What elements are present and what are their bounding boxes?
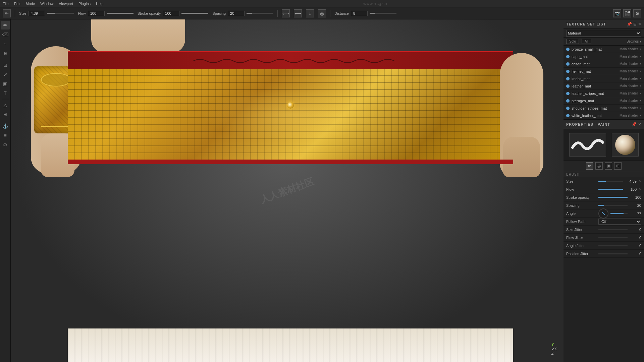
- tool-select[interactable]: ⊡: [1, 61, 10, 69]
- mat-arrow-leather: ▾: [640, 84, 641, 87]
- param-flow-edit[interactable]: ✎: [639, 187, 641, 191]
- tool-smudge[interactable]: ~: [1, 40, 10, 48]
- param-stroke-value: 100: [630, 195, 641, 199]
- material-dropdown[interactable]: Material: [566, 30, 641, 37]
- mat-arrow-chiton: ▾: [640, 62, 641, 65]
- param-spacing-slider[interactable]: [598, 205, 628, 206]
- solo-button[interactable]: Solo: [566, 39, 579, 44]
- mat-helmet[interactable]: helmet_mat Main shader ▾: [564, 68, 644, 75]
- 3d-viewport[interactable]: [11, 19, 564, 362]
- main-toolbar: ✏ Size Flow Stroke opacity Spacing ⟺ ⟷ ↕…: [0, 7, 644, 19]
- size-slider[interactable]: [47, 13, 74, 14]
- mat-shoulder-stripes[interactable]: shoulder_stripes_mat Main shader ▾: [564, 105, 644, 112]
- mat-chiton[interactable]: chiton_mat Main shader ▾: [564, 60, 644, 68]
- mat-name-leather: leather_mat: [572, 84, 618, 88]
- toolbar-render-icon[interactable]: 🎬: [623, 9, 631, 17]
- mat-pteruges[interactable]: ptéruges_mat Main shader ▾: [564, 97, 644, 105]
- tool-clone[interactable]: ⊕: [1, 49, 10, 58]
- param-angle-value: 77: [630, 212, 641, 216]
- toolbar-camera-icon[interactable]: 📷: [613, 9, 621, 17]
- mat-dot-shoulder: [566, 107, 570, 110]
- flow-input[interactable]: [88, 11, 105, 16]
- menu-mode[interactable]: Mode: [26, 2, 35, 6]
- tool-settings-left[interactable]: ⚙: [1, 140, 10, 149]
- toolbar-settings-icon[interactable]: ⚙: [633, 9, 641, 17]
- menu-help[interactable]: Help: [96, 2, 104, 6]
- tool-eraser[interactable]: ⌫: [1, 30, 10, 39]
- mat-white-leather[interactable]: white_leather_mat Main shader ▾: [564, 112, 644, 119]
- tool-anchor[interactable]: ⚓: [1, 122, 10, 130]
- menu-viewport[interactable]: Viewport: [59, 2, 73, 6]
- mat-knobs[interactable]: knobs_mat Main shader ▾: [564, 75, 644, 82]
- mat-shader-knobs: Main shader: [620, 77, 638, 80]
- brush-sphere-preview: [612, 133, 639, 157]
- brush-mode-fill[interactable]: ▣: [605, 162, 612, 170]
- stroke-label: Stroke opacity: [138, 11, 161, 15]
- menu-edit[interactable]: Edit: [14, 2, 20, 6]
- all-button[interactable]: All: [582, 39, 591, 44]
- axis-y: Y: [551, 342, 557, 347]
- param-size-jitter-value: 0: [630, 228, 641, 232]
- param-stroke-slider[interactable]: [598, 197, 628, 198]
- symmetry-radial-btn[interactable]: ◎: [318, 9, 326, 17]
- texset-close-icon[interactable]: ✕: [638, 22, 641, 26]
- param-size-jitter-row: Size Jitter 0: [564, 226, 644, 234]
- flow-slider[interactable]: [107, 13, 133, 14]
- tool-paint[interactable]: ✏: [1, 21, 10, 29]
- param-size-edit[interactable]: ✎: [639, 179, 641, 183]
- mat-arrow-shoulder: ▾: [640, 107, 641, 110]
- brush-mode-paint[interactable]: ✏: [586, 162, 593, 170]
- mat-leather[interactable]: leather_mat Main shader ▾: [564, 82, 644, 90]
- texset-pin-icon[interactable]: 📌: [627, 22, 632, 26]
- mat-dot-chiton: [566, 62, 570, 66]
- texset-expand-icon[interactable]: ⊞: [633, 22, 637, 26]
- left-toolbar: ✏ ⌫ ~ ⊕ ⊡ ⤢ ▣ T △ ⊞ ⚓ ≡ ⚙: [0, 19, 11, 362]
- stroke-slider[interactable]: [181, 13, 208, 14]
- param-follow-dropdown[interactable]: Off On: [598, 219, 641, 225]
- mat-bronze-small[interactable]: bronze_small_mat Main shader ▾: [564, 46, 644, 53]
- distance-input[interactable]: [351, 11, 368, 16]
- param-angle-row: Angle 77: [564, 209, 644, 218]
- props-header: PROPERTIES - PAINT 📌 ✕: [564, 120, 644, 129]
- props-pin-icon[interactable]: 📌: [632, 122, 637, 127]
- tool-transform[interactable]: ⤢: [1, 70, 10, 79]
- menu-file[interactable]: File: [3, 2, 9, 6]
- param-flow-slider[interactable]: [598, 189, 623, 190]
- tool-fill[interactable]: ▣: [1, 79, 10, 88]
- tool-text[interactable]: T: [1, 89, 10, 98]
- texset-settings-button[interactable]: Settings ▾: [627, 40, 641, 43]
- symmetry-z-btn[interactable]: ↕: [306, 9, 314, 17]
- tool-geometry[interactable]: △: [1, 101, 10, 109]
- symmetry-x-btn[interactable]: ⟺: [282, 9, 290, 17]
- tool-uv[interactable]: ⊞: [1, 110, 10, 119]
- brush-mode-smudge[interactable]: ⊞: [614, 162, 622, 170]
- toolbar-divider-3: [330, 10, 330, 17]
- toolbar-brush-icon[interactable]: ✏: [3, 9, 11, 17]
- stroke-input[interactable]: [163, 11, 179, 16]
- param-flow-jitter-slider[interactable]: [598, 237, 628, 238]
- menu-plugins[interactable]: Plugins: [78, 2, 91, 6]
- menu-window[interactable]: Window: [40, 2, 53, 6]
- mat-shader-white: Main shader: [620, 114, 638, 117]
- props-close-icon[interactable]: ✕: [638, 122, 641, 127]
- param-pos-jitter-slider[interactable]: [598, 253, 628, 254]
- param-angle-jitter-slider[interactable]: [598, 245, 628, 246]
- angle-widget[interactable]: [598, 208, 608, 219]
- size-label: Size: [19, 11, 26, 15]
- symmetry-y-btn[interactable]: ⟷: [294, 9, 302, 17]
- texset-list-header: TEXTURE SET LIST 📌 ⊞ ✕: [564, 19, 644, 29]
- size-input[interactable]: [28, 11, 45, 16]
- distance-slider[interactable]: [370, 13, 396, 14]
- param-size-jitter-slider[interactable]: [598, 229, 628, 230]
- param-size-slider[interactable]: [598, 181, 623, 182]
- mat-name-bronze: bronze_small_mat: [572, 47, 618, 51]
- spacing-input[interactable]: [228, 11, 245, 16]
- mat-cape[interactable]: cape_mat Main shader ▾: [564, 53, 644, 60]
- mat-leather-stripes[interactable]: leather_stripes_mat Main shader ▾: [564, 90, 644, 97]
- param-spacing-value: 20: [630, 203, 641, 207]
- spacing-slider[interactable]: [247, 13, 273, 14]
- tool-layer[interactable]: ≡: [1, 131, 10, 140]
- mat-shader-leather: Main shader: [620, 84, 638, 88]
- brush-mode-eraser[interactable]: ◎: [595, 162, 603, 170]
- param-angle-slider[interactable]: [610, 213, 628, 214]
